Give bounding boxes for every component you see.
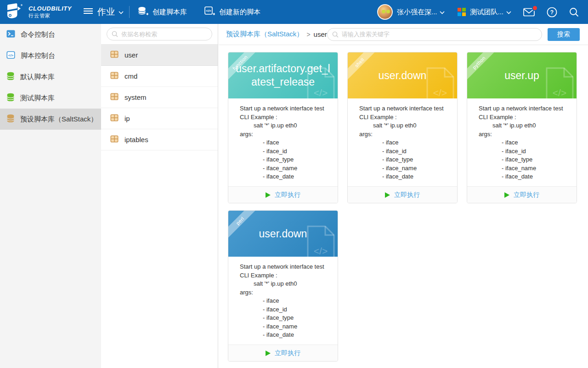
svg-text:</>: </> [553,87,566,98]
keyword-search-input[interactable] [327,28,542,41]
database-plus-icon [138,6,148,17]
card-description-line: salt '*' ip.up eth0 [359,121,453,130]
execute-button[interactable]: 立即执行 [467,186,577,203]
script-card-title: user.up [499,69,544,82]
language-ribbon: python [467,52,498,82]
execute-label: 立即执行 [394,191,420,199]
module-item-label: system [124,93,147,101]
database-green-icon [6,93,15,103]
module-search-input[interactable] [107,28,212,40]
card-description-line: Start up a network interface test [240,104,334,113]
main-content: 预设脚本库（SaltStack） > user 搜索 function user… [219,24,588,368]
brand-logo-icon [6,3,25,21]
team-menu-name[interactable]: 测试团队... [470,8,503,17]
database-green-icon [6,72,15,82]
card-description-line: - iface_date [240,172,334,181]
card-description-line: - iface_id [240,147,334,156]
team-grid-icon [458,8,466,16]
breadcrumb-bar: 预设脚本库（SaltStack） > user 搜索 [219,24,588,45]
module-item-ip[interactable]: ip [101,108,218,129]
create-new-script-button[interactable]: </> 创建新的脚本 [204,6,260,17]
sidebar-item-script-console[interactable]: </> 脚本控制台 [0,45,101,66]
table-icon [110,71,119,81]
sidebar-item-test-library[interactable]: 测试脚本库 [0,87,101,109]
card-description-line: CLI Example : [240,271,334,280]
card-description-line: - iface_name [240,164,334,173]
svg-text:</>: </> [206,9,211,13]
card-description-line: Start up a network interface test [240,263,334,271]
card-description-line: - iface [479,138,573,147]
sidebar-item-label: 测试脚本库 [20,94,55,103]
card-description-line: CLI Example : [359,113,453,122]
card-description-line: - iface_id [240,305,334,314]
card-description-line: - iface [359,138,453,147]
chevron-down-icon[interactable] [506,8,511,16]
script-card-header: python user.up </> [467,52,577,98]
script-card-header: perl user.down </> [228,211,338,257]
chevron-down-icon[interactable] [440,8,445,16]
card-description-line: - iface_name [479,164,573,173]
module-item-system[interactable]: system [101,87,218,108]
script-card: function user.artifactory.get_latest_rel… [228,52,338,203]
module-search-bar [101,24,218,45]
card-description-line: - iface [240,138,334,147]
avatar[interactable] [377,4,393,20]
execute-label: 立即执行 [275,191,300,199]
search-button[interactable]: 搜索 [548,28,580,41]
unread-dot-badge [533,6,537,10]
card-description-line: - iface_type [240,155,334,164]
create-script-library-button[interactable]: 创建脚本库 [138,6,187,17]
play-icon [266,192,271,198]
module-list-panel: user cmd system i [101,24,218,368]
sidebar-item-default-library[interactable]: 默认脚本库 [0,66,101,87]
card-description-line: - iface_type [240,314,334,322]
module-item-user[interactable]: user [101,45,218,66]
play-icon [504,192,509,198]
sidebar-item-label: 命令控制台 [21,30,55,39]
card-description-line: args: [240,288,334,297]
breadcrumb-current: user [314,30,327,38]
script-card-header: function user.artifactory.get_latest_rel… [228,52,338,98]
brand: CLOUDBILITY 行云管家 [6,3,72,21]
mail-icon[interactable] [523,8,535,17]
script-card: python user.up </> Start up a network in… [467,52,577,203]
create-new-script-label: 创建新的脚本 [219,8,260,17]
svg-text:</>: </> [314,246,328,256]
script-card-description: Start up a network interface testCLI Exa… [348,98,457,186]
table-icon [110,135,119,144]
svg-text:</>: </> [433,87,447,98]
sidebar-item-preset-library-saltstack[interactable]: 预设脚本库（SaltStack） [0,109,101,130]
card-description-line: args: [359,130,453,139]
table-icon [110,92,119,102]
user-menu-name[interactable]: 张小强在深... [397,8,437,17]
card-description-line: CLI Example : [240,113,334,122]
module-item-iptables[interactable]: iptables [101,129,218,150]
script-card-grid: function user.artifactory.get_latest_rel… [219,45,588,368]
script-card-description: Start up a network interface testCLI Exa… [228,257,338,345]
sidebar-item-command-console[interactable]: 命令控制台 [0,24,101,45]
breadcrumb-parent-link[interactable]: 预设脚本库（SaltStack） [226,30,303,39]
module-item-cmd[interactable]: cmd [101,66,218,87]
workspace-menu[interactable]: 作业 [84,6,124,18]
card-description-line: - iface_type [359,155,453,164]
left-sidebar: 命令控制台 </> 脚本控制台 默认脚本库 [0,24,101,368]
navbar-divider [129,6,130,18]
help-icon[interactable]: ? [547,7,557,17]
card-description-line: salt '*' ip.up eth0 [240,280,334,288]
card-description-line: salt '*' ip.up eth0 [479,121,573,130]
script-card-description: Start up a network interface testCLI Exa… [228,98,338,186]
svg-text:</>: </> [314,87,328,98]
script-card-title: user.down [254,227,313,241]
execute-button[interactable]: 立即执行 [228,186,338,203]
module-item-label: iptables [124,136,148,144]
create-script-library-label: 创建脚本库 [153,8,187,17]
execute-button[interactable]: 立即执行 [228,345,338,361]
script-card: shell user.down </> Start up a network i… [347,52,458,203]
search-icon [112,31,118,37]
workspace-menu-label: 作业 [97,6,115,18]
execute-button[interactable]: 立即执行 [348,186,457,203]
card-description-line: Start up a network interface test [479,104,573,113]
sidebar-item-label: 脚本控制台 [21,52,55,60]
terminal-icon [6,29,15,40]
search-icon[interactable] [569,7,579,17]
